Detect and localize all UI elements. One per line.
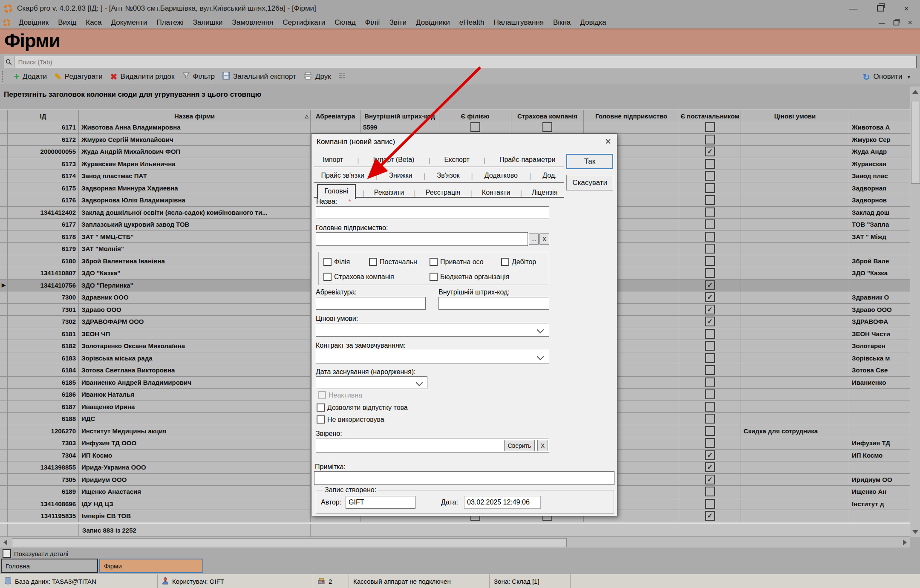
dialog-tab-Додатково[interactable]: Додатково bbox=[481, 171, 521, 180]
column-header-7[interactable]: Головне підприємство bbox=[584, 110, 679, 122]
scroll-right-icon[interactable] bbox=[900, 537, 910, 548]
supplier-checkbox[interactable] bbox=[705, 365, 715, 375]
vertical-scrollbar[interactable] bbox=[910, 86, 920, 537]
flag-checkbox[interactable] bbox=[430, 273, 438, 281]
search-icon[interactable] bbox=[3, 56, 14, 68]
dialog-tab-Ліцензія[interactable]: Ліцензія bbox=[528, 188, 561, 197]
menu-item-4[interactable]: Платежі bbox=[152, 17, 188, 28]
author-input[interactable] bbox=[346, 496, 415, 509]
menu-item-14[interactable]: Вікна bbox=[548, 17, 575, 28]
menu-item-9[interactable]: Філії bbox=[361, 17, 385, 28]
not-use-row[interactable]: Не використовува bbox=[317, 415, 384, 424]
menu-item-12[interactable]: eHealth bbox=[455, 17, 489, 28]
column-header-1[interactable]: ІД bbox=[8, 110, 79, 122]
window-tab-Головна[interactable]: Головна bbox=[1, 559, 98, 573]
column-header-5[interactable]: Є філією bbox=[439, 110, 511, 122]
menu-item-13[interactable]: Налаштування bbox=[489, 17, 548, 28]
refresh-dropdown-icon[interactable]: ▾ bbox=[907, 74, 910, 80]
name-input[interactable] bbox=[316, 206, 549, 219]
supplier-checkbox[interactable] bbox=[705, 232, 715, 242]
supplier-checkbox[interactable] bbox=[705, 208, 715, 217]
supplier-checkbox[interactable] bbox=[705, 353, 715, 363]
show-details-toggle[interactable]: Показувати деталі bbox=[3, 549, 68, 558]
column-header-0[interactable] bbox=[0, 110, 8, 122]
supplier-checkbox[interactable] bbox=[705, 183, 715, 193]
supplier-checkbox[interactable] bbox=[705, 414, 715, 424]
verify-clear-button[interactable]: X bbox=[537, 440, 548, 451]
supplier-checkbox[interactable] bbox=[705, 487, 715, 496]
menu-item-5[interactable]: Залишки bbox=[188, 17, 228, 28]
flag-0[interactable]: Філія bbox=[323, 258, 350, 266]
flag-2[interactable]: Приватна осо bbox=[430, 258, 484, 266]
supplier-checkbox[interactable] bbox=[705, 389, 715, 399]
contract-select[interactable] bbox=[316, 350, 549, 363]
dialog-tab-Експорт[interactable]: Експорт bbox=[441, 155, 473, 164]
abbr-input[interactable] bbox=[316, 297, 426, 310]
supplier-checkbox[interactable] bbox=[705, 438, 715, 448]
flag-3[interactable]: Дебітор bbox=[501, 258, 536, 266]
not-use-checkbox[interactable] bbox=[317, 415, 325, 424]
menu-item-0[interactable]: Довідник bbox=[14, 17, 53, 28]
flag-4[interactable]: Страхова компанія bbox=[323, 273, 394, 281]
supplier-checkbox[interactable] bbox=[705, 341, 715, 351]
menu-item-2[interactable]: Каса bbox=[81, 17, 106, 28]
search-box[interactable] bbox=[3, 56, 917, 68]
supplier-checkbox[interactable] bbox=[705, 402, 715, 412]
column-header-2[interactable]: Назва фірми△ bbox=[79, 110, 311, 122]
minimize-icon[interactable]: — bbox=[849, 4, 857, 13]
toolbar-button-filter[interactable]: Фільтр bbox=[179, 71, 219, 83]
allow-dispense-checkbox[interactable] bbox=[317, 404, 325, 412]
column-header-4[interactable]: Внутрішній штрих-код bbox=[361, 110, 439, 122]
flag-checkbox[interactable] bbox=[430, 258, 438, 266]
flag-checkbox[interactable] bbox=[369, 258, 377, 266]
branch-checkbox[interactable] bbox=[470, 122, 480, 132]
dialog-tab-Прайс зв'язки[interactable]: Прайс зв'язки bbox=[318, 171, 368, 180]
dialog-tab-Зв'язок[interactable]: Зв'язок bbox=[434, 171, 463, 180]
menu-item-15[interactable]: Довідка bbox=[575, 17, 611, 28]
toolbar-grip[interactable] bbox=[2, 71, 6, 82]
parent-company-input[interactable] bbox=[316, 232, 528, 246]
table-row[interactable]: 6171Животова Анна Владимировна5599Живото… bbox=[0, 121, 910, 134]
vertical-scroll-thumb[interactable] bbox=[911, 102, 920, 184]
supplier-checkbox[interactable] bbox=[705, 426, 715, 436]
supplier-checkbox[interactable] bbox=[705, 171, 715, 181]
column-header-8[interactable]: Є постачальником bbox=[679, 110, 741, 122]
supplier-checkbox[interactable]: ✓ bbox=[705, 511, 715, 521]
toolbar-button-columns[interactable] bbox=[335, 71, 349, 83]
mdi-close-icon[interactable]: × bbox=[908, 18, 912, 27]
supplier-checkbox[interactable]: ✓ bbox=[705, 317, 715, 326]
verify-button[interactable]: Сверить bbox=[504, 440, 535, 451]
supplier-checkbox[interactable]: ✓ bbox=[705, 475, 715, 484]
toolbar-button-export[interactable]: Загальний експорт bbox=[219, 71, 300, 83]
founded-date-select[interactable] bbox=[316, 376, 427, 389]
flag-1[interactable]: Постачальн bbox=[369, 258, 417, 266]
scroll-up-icon[interactable] bbox=[910, 86, 920, 97]
supplier-checkbox[interactable] bbox=[705, 268, 715, 278]
dialog-tab-Дод.[interactable]: Дод. bbox=[539, 171, 560, 180]
search-input[interactable] bbox=[14, 58, 916, 66]
dialog-tab-Прайс-параметри[interactable]: Прайс-параметри bbox=[496, 155, 559, 164]
scroll-left-icon[interactable] bbox=[0, 537, 10, 548]
toolbar-button-print[interactable]: Друк bbox=[300, 71, 335, 83]
menu-item-1[interactable]: Вихід bbox=[53, 17, 81, 28]
dialog-tab-Реєстрація[interactable]: Реєстрація bbox=[422, 188, 464, 197]
supplier-checkbox[interactable] bbox=[705, 256, 715, 266]
menu-item-7[interactable]: Сертифікати bbox=[278, 17, 330, 28]
supplier-checkbox[interactable] bbox=[705, 195, 715, 205]
menu-item-11[interactable]: Довідники bbox=[411, 17, 455, 28]
menu-item-10[interactable]: Звіти bbox=[385, 17, 411, 28]
dialog-tab-Контакти[interactable]: Контакти bbox=[479, 188, 514, 197]
column-header-9[interactable]: Цінові умови bbox=[741, 110, 849, 122]
column-header-10[interactable] bbox=[849, 110, 910, 122]
allow-dispense-row[interactable]: Дозволяти відпустку това bbox=[317, 404, 408, 412]
horizontal-scrollbar[interactable] bbox=[0, 537, 910, 548]
restore-icon[interactable] bbox=[877, 5, 884, 12]
supplier-checkbox[interactable]: ✓ bbox=[705, 292, 715, 302]
price-terms-select[interactable] bbox=[316, 323, 549, 337]
supplier-checkbox[interactable] bbox=[705, 135, 715, 144]
parent-browse-button[interactable]: ... bbox=[529, 233, 539, 245]
supplier-checkbox[interactable]: ✓ bbox=[705, 280, 715, 290]
parent-clear-button[interactable]: X bbox=[539, 233, 549, 245]
refresh-button[interactable]: ↻ Оновити ▾ bbox=[859, 71, 914, 83]
mdi-minimize-icon[interactable]: — bbox=[879, 19, 885, 26]
